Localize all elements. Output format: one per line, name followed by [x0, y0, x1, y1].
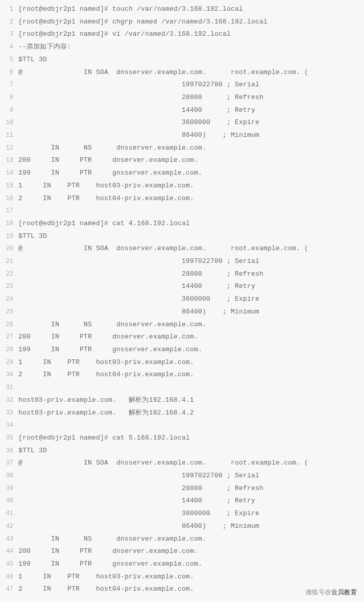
code-line: 34 [0, 419, 364, 432]
line-number: 1 [0, 3, 18, 16]
code-line: 45199 IN PTR gnsserver.example.com. [0, 558, 364, 571]
code-text: IN NS dnsserver.example.com. [18, 142, 206, 155]
line-number: 34 [0, 419, 18, 432]
code-line: 17 [0, 205, 364, 217]
watermark: 搜狐号@云贝教育 [306, 588, 357, 597]
code-line: 11 86400) ; Minimum [0, 129, 364, 142]
code-line: 13200 IN PTR dnserver.example.com. [0, 154, 364, 167]
line-number: 26 [0, 319, 18, 331]
code-line: 38 1997022700 ; Serial [0, 470, 364, 482]
code-line: 14199 IN PTR gnsserver.example.com. [0, 167, 364, 180]
code-text: host03-priv.example.com. 解析为192.168.4.2 [18, 407, 194, 420]
code-line: 12 IN NS dnsserver.example.com. [0, 142, 364, 155]
code-text: 2 IN PTR host04-priv.example.com. [18, 583, 194, 596]
code-text: 1997022700 ; Serial [18, 255, 259, 268]
line-number: 44 [0, 545, 18, 558]
code-line: 40 14400 ; Retry [0, 495, 364, 507]
line-number: 28 [0, 344, 18, 356]
code-line: 42 86400) ; Minimum [0, 520, 364, 533]
line-number: 18 [0, 217, 18, 230]
code-text: 200 IN PTR dnserver.example.com. [18, 545, 198, 558]
code-line: 291 IN PTR host03-priv.example.com. [0, 356, 364, 369]
code-text: 199 IN PTR gnsserver.example.com. [18, 344, 202, 356]
line-number: 16 [0, 192, 18, 205]
code-line: 28199 IN PTR gnsserver.example.com. [0, 344, 364, 356]
code-text: 86400) ; Minimum [18, 520, 259, 533]
line-number: 10 [0, 116, 18, 129]
code-text: 1 IN PTR host03-priv.example.com. [18, 180, 194, 192]
code-line: 39 28800 ; Refresh [0, 482, 364, 495]
code-line: 7 1997022700 ; Serial [0, 79, 364, 91]
line-number: 2 [0, 16, 18, 29]
code-text: 2 IN PTR host04-priv.example.com. [18, 192, 194, 205]
line-number: 43 [0, 533, 18, 546]
code-line: 44200 IN PTR dnserver.example.com. [0, 545, 364, 558]
line-number: 41 [0, 507, 18, 520]
code-text: 28800 ; Refresh [18, 268, 263, 281]
code-line: 19$TTL 3D [0, 230, 364, 243]
code-line: 10 3600000 ; Expire [0, 116, 364, 129]
code-line: 151 IN PTR host03-priv.example.com. [0, 180, 364, 192]
line-number: 31 [0, 381, 18, 394]
code-line: 26 IN NS dnsserver.example.com. [0, 319, 364, 331]
line-number: 46 [0, 571, 18, 583]
code-text: 3600000 ; Expire [18, 507, 259, 520]
line-number: 12 [0, 142, 18, 155]
code-text: $TTL 3D [18, 230, 47, 243]
line-number: 33 [0, 407, 18, 420]
line-number: 19 [0, 230, 18, 243]
line-number: 45 [0, 558, 18, 571]
line-number: 35 [0, 432, 18, 445]
code-line: 33host03-priv.example.com. 解析为192.168.4.… [0, 407, 364, 420]
code-text: host03-priv.example.com. 解析为192.168.4.1 [18, 394, 194, 407]
code-text: 1997022700 ; Serial [18, 79, 259, 91]
code-text: 200 IN PTR dnserver.example.com. [18, 331, 198, 344]
line-number: 17 [0, 205, 18, 217]
code-line: 18[root@edbjr2p1 named]# cat 4.168.192.l… [0, 217, 364, 230]
line-number: 40 [0, 495, 18, 507]
code-line: 1[root@edbjr2p1 named]# touch /var/named… [0, 3, 364, 16]
code-text: 2 IN PTR host04-priv.example.com. [18, 369, 194, 381]
line-number: 4 [0, 41, 18, 54]
line-number: 3 [0, 28, 18, 41]
line-number: 22 [0, 268, 18, 281]
code-text: 14400 ; Retry [18, 104, 255, 117]
code-line: 22 28800 ; Refresh [0, 268, 364, 281]
line-number: 29 [0, 356, 18, 369]
line-number: 6 [0, 66, 18, 79]
code-text: 1 IN PTR host03-priv.example.com. [18, 356, 194, 369]
code-line: 20@ IN SOA dnsserver.example.com. root.e… [0, 242, 364, 255]
line-number: 14 [0, 167, 18, 180]
line-number: 30 [0, 369, 18, 381]
code-text: 1997022700 ; Serial [18, 470, 259, 482]
code-text: 199 IN PTR gnsserver.example.com. [18, 558, 202, 571]
code-text: @ IN SOA dnsserver.example.com. root.exa… [18, 242, 308, 255]
code-text: 3600000 ; Expire [18, 293, 259, 306]
watermark-at: @ [325, 589, 331, 596]
line-number: 7 [0, 79, 18, 91]
code-line: 9 14400 ; Retry [0, 104, 364, 117]
watermark-prefix: 搜狐号 [306, 589, 325, 596]
line-number: 38 [0, 470, 18, 482]
code-text: 86400) ; Minimum [18, 129, 259, 142]
line-number: 15 [0, 180, 18, 192]
code-text: @ IN SOA dnsserver.example.com. root.exa… [18, 66, 308, 79]
line-number: 21 [0, 255, 18, 268]
code-text: 28800 ; Refresh [18, 482, 263, 495]
code-text: 1 IN PTR host03-priv.example.com. [18, 571, 194, 583]
code-text: IN NS dnsserver.example.com. [18, 533, 206, 546]
line-number: 37 [0, 457, 18, 470]
code-text: 199 IN PTR gnsserver.example.com. [18, 167, 202, 180]
code-line: 461 IN PTR host03-priv.example.com. [0, 571, 364, 583]
line-number: 42 [0, 520, 18, 533]
code-text: 14400 ; Retry [18, 495, 255, 507]
line-number: 9 [0, 104, 18, 117]
code-text: [root@edbjr2p1 named]# cat 4.168.192.loc… [18, 217, 190, 230]
code-line: 24 3600000 ; Expire [0, 293, 364, 306]
code-line: 21 1997022700 ; Serial [0, 255, 364, 268]
code-text: 14400 ; Retry [18, 280, 255, 293]
code-line: 5$TTL 3D [0, 54, 364, 66]
code-block: 1[root@edbjr2p1 named]# touch /var/named… [0, 0, 364, 601]
code-line: 37@ IN SOA dnsserver.example.com. root.e… [0, 457, 364, 470]
line-number: 24 [0, 293, 18, 306]
